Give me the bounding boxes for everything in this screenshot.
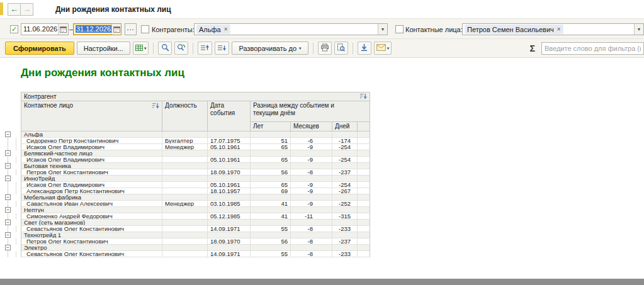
remove-tag-icon[interactable]: ×	[224, 26, 228, 33]
group-name[interactable]: Технотрейд 1	[21, 232, 162, 238]
position-cell	[162, 182, 208, 188]
sort-icon	[360, 93, 367, 101]
remove-tag-icon[interactable]: ×	[557, 26, 561, 33]
collapse-group-icon[interactable]: −	[5, 131, 11, 137]
group-cell	[358, 194, 370, 201]
days-cell: -237	[332, 238, 358, 245]
report-table: Контрагент Контактное лицо Должность Дат…	[3, 92, 370, 257]
calendar-icon[interactable]	[111, 24, 121, 35]
contact-tag: Петров Семен Васильевич ×	[465, 25, 563, 34]
counterparties-checkbox[interactable]	[141, 25, 149, 33]
table-row[interactable]: Петров Олег Константинович18.09.197056-8…	[3, 238, 370, 245]
dropdown-arrow-icon[interactable]: ▼	[634, 24, 643, 35]
contacts-field[interactable]: Петров Семен Васильевич × ▼	[462, 23, 644, 35]
table-row[interactable]: Исаков Олег ВладимировичМенеджер05.10.19…	[3, 144, 370, 150]
contact-column-header[interactable]: Контактное лицо	[21, 101, 162, 131]
group-cell	[208, 232, 251, 238]
difference-column-label: Разница между событием и текущим днём	[253, 102, 351, 117]
group-name[interactable]: Бытовая техника	[21, 163, 162, 169]
group-name[interactable]: Мебельная фабрика	[21, 194, 162, 201]
group-cell	[332, 176, 358, 182]
group-cell	[291, 194, 332, 201]
print-button[interactable]	[318, 42, 332, 55]
group-cell	[251, 220, 291, 226]
date-from-value: 11.06.2026	[21, 24, 58, 35]
print-preview-button[interactable]	[334, 42, 348, 55]
period-checkbox[interactable]: ✓	[10, 25, 18, 33]
collapse-groups-button[interactable]	[198, 42, 212, 55]
collapse-group-icon[interactable]: −	[5, 245, 11, 250]
group-cell	[162, 194, 208, 201]
years-cell: 65	[251, 157, 291, 163]
table-row[interactable]: Севастьянов Олег Константинович14.09.197…	[3, 251, 370, 257]
save-button[interactable]	[358, 42, 371, 55]
years-cell: 56	[251, 238, 291, 245]
months-cell: -8	[291, 251, 332, 257]
search-button[interactable]	[158, 42, 172, 55]
years-cell: 69	[251, 188, 291, 194]
toolbar-separator	[153, 43, 154, 54]
empty-cell	[358, 188, 370, 194]
settings-button[interactable]: Настройки...	[77, 42, 130, 55]
group-name[interactable]: Свет (сеть магазинов)	[21, 220, 162, 226]
toolbar: Сформировать Настройки... ▾ Разворачиват…	[0, 39, 644, 58]
group-name[interactable]: Нептун	[21, 207, 162, 213]
collapse-group-icon[interactable]: −	[5, 207, 11, 213]
position-cell: Менеджер	[162, 201, 208, 207]
search-repeat-button[interactable]	[174, 42, 188, 55]
months-cell: -6	[291, 138, 332, 144]
event-date-column-label: Дата события	[210, 102, 235, 116]
date-from-field[interactable]: 11.06.2026	[21, 23, 69, 35]
contact-name-cell: Севастьянов Олег Константинович	[21, 226, 162, 232]
collapse-group-icon[interactable]: −	[5, 163, 11, 169]
autosum-button[interactable]: Σ	[526, 43, 539, 53]
table-row[interactable]: Сидоренко Петр КонстантиновичБухгалтер17…	[3, 138, 370, 144]
table-row[interactable]: Александров Петр Константинович18.10.195…	[3, 188, 370, 194]
group-name[interactable]: Альфа	[21, 131, 162, 138]
expand-to-button[interactable]: Разворачивать до ▾	[232, 42, 308, 55]
group-cell	[208, 245, 251, 251]
send-mail-button[interactable]: ▾	[374, 42, 392, 55]
table-row[interactable]: Симоненко Андрей Федорович05.12.198541-1…	[3, 213, 370, 220]
dropdown-arrow-icon[interactable]: ▼	[378, 24, 387, 35]
months-cell: -9	[291, 188, 332, 194]
expand-groups-button[interactable]	[215, 42, 229, 55]
position-cell	[162, 213, 208, 220]
group-cell	[332, 131, 358, 138]
group-name[interactable]: ИнноТрейд	[21, 176, 162, 182]
table-row[interactable]: Севастьянов Олег Константинович14.09.197…	[3, 226, 370, 232]
position-cell	[162, 157, 208, 163]
group-cell	[162, 131, 208, 138]
contacts-checkbox[interactable]	[395, 25, 404, 33]
table-row[interactable]: Савастьянов Иван АлексеевичМенеджер03.10…	[3, 201, 370, 207]
group-cell	[251, 150, 291, 157]
collapse-group-icon[interactable]: −	[5, 220, 11, 225]
table-row[interactable]: Исаков Олег Владимирович05.10.196165-9-2…	[3, 182, 370, 188]
collapse-group-icon[interactable]: −	[5, 176, 11, 181]
forward-button[interactable]: →	[20, 3, 33, 16]
empty-cell	[358, 157, 370, 163]
toolbar-separator	[193, 43, 193, 54]
quick-filter-input[interactable]	[541, 42, 644, 55]
back-button[interactable]: ←	[8, 3, 21, 16]
report-variant-button[interactable]: ▾	[133, 42, 149, 55]
group-name[interactable]: Электро	[21, 245, 162, 251]
collapse-group-icon[interactable]: −	[5, 150, 11, 156]
counterparties-field[interactable]: Альфа × ▼	[194, 23, 388, 35]
print-icon	[320, 43, 329, 53]
period-more-button[interactable]: ...	[125, 23, 137, 35]
chevron-down-icon: ▾	[144, 46, 147, 51]
empty-cell	[358, 238, 370, 245]
generate-button[interactable]: Сформировать	[5, 42, 74, 55]
group-column-header[interactable]: Контрагент	[21, 92, 370, 101]
group-row: −ИнноТрейд	[3, 176, 370, 182]
collapse-group-icon[interactable]: −	[5, 194, 11, 200]
event-date-cell: 05.10.1961	[208, 157, 251, 163]
table-row[interactable]: Петров Олег Константинович18.09.197056-8…	[3, 169, 370, 176]
group-name[interactable]: Белявский-частное лицо	[21, 150, 162, 157]
table-row[interactable]: Исаков Олег Владимирович05.10.196165-9-2…	[3, 157, 370, 163]
calendar-icon[interactable]	[58, 24, 68, 35]
empty-header-cell	[358, 122, 370, 131]
collapse-group-icon[interactable]: −	[5, 232, 11, 238]
date-to-field[interactable]: 31.12.2026	[73, 23, 121, 35]
